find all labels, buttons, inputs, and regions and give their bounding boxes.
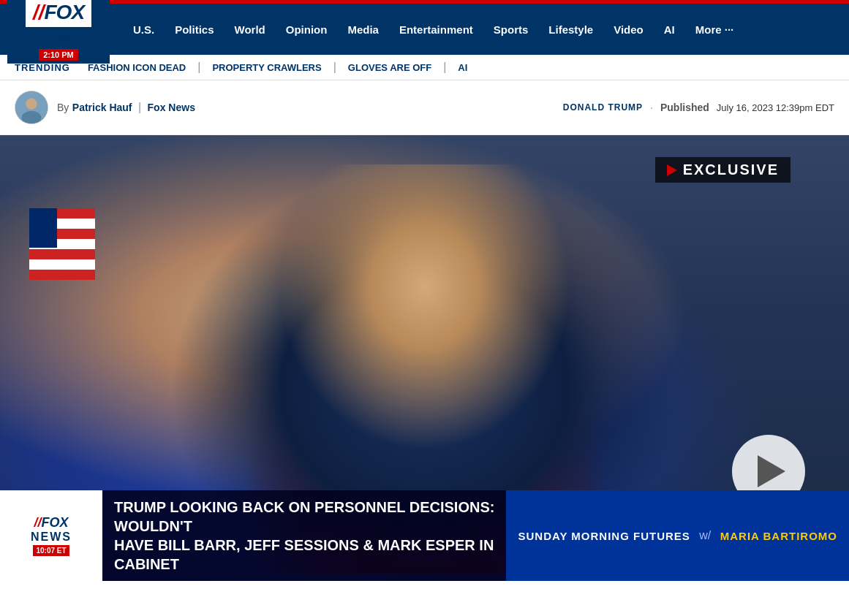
author-right: DONALD TRUMP · Published July 16, 2023 1…: [563, 102, 834, 113]
trending-item-1[interactable]: PROPERTY CRAWLERS: [212, 62, 321, 73]
lower-third-content: //FOX NEWS 10:07 ET TRUMP LOOKING BACK O…: [0, 490, 849, 581]
flag-canton: [29, 208, 57, 248]
author-left: By Patrick Hauf | Fox News: [15, 91, 195, 124]
dot-separator: ·: [650, 102, 653, 113]
nav-link-ai[interactable]: AI: [655, 18, 684, 42]
trending-item-0[interactable]: FASHION ICON DEAD: [88, 62, 186, 73]
subline-area: SUNDAY MORNING FUTURES w/ MARIA BARTIROM…: [506, 490, 849, 581]
nav-link-more[interactable]: More ···: [687, 18, 743, 42]
fn-time: 10:07 ET: [33, 545, 69, 556]
published-date: July 16, 2023 12:39pm EDT: [717, 102, 834, 113]
nav-link-video[interactable]: Video: [605, 18, 652, 42]
fn-logo-lower: //FOX NEWS 10:07 ET: [0, 490, 102, 581]
nav-link-lifestyle[interactable]: Lifestyle: [540, 18, 602, 42]
headline-area: TRUMP LOOKING BACK ON PERSONNEL DECISION…: [102, 490, 506, 581]
host-name: MARIA BARTIROMO: [720, 530, 837, 542]
svg-point-1: [26, 99, 37, 110]
exclusive-badge: EXCLUSIVE: [655, 157, 790, 183]
main-video-section: EXCLUSIVE //FOX NEWS 10:07 ET TRUMP LOOK…: [0, 135, 849, 581]
nav-link-world[interactable]: World: [226, 18, 274, 42]
headline-line1: TRUMP LOOKING BACK ON PERSONNEL DECISION…: [114, 498, 494, 536]
fn-news-text: NEWS: [31, 531, 72, 544]
by-text: By: [57, 102, 69, 113]
published-label: Published: [660, 102, 709, 113]
trending-item-3[interactable]: AI: [458, 62, 467, 73]
nav-link-politics[interactable]: Politics: [166, 18, 222, 42]
fn-fox: FOX: [42, 515, 69, 530]
article-tag[interactable]: DONALD TRUMP: [563, 102, 643, 113]
author-bar: By Patrick Hauf | Fox News DONALD TRUMP …: [0, 80, 849, 135]
trending-label: TRENDING: [15, 62, 70, 73]
trending-sep-2: |: [443, 61, 446, 74]
trending-item-2[interactable]: GLOVES ARE OFF: [348, 62, 431, 73]
nav-links-container: U.S. Politics World Opinion Media Entert…: [124, 18, 842, 42]
logo-fox: FOX: [45, 1, 85, 24]
trending-sep-1: |: [333, 61, 336, 74]
trending-bar: TRENDING FASHION ICON DEAD | PROPERTY CR…: [0, 55, 849, 80]
lower-third: //FOX NEWS 10:07 ET TRUMP LOOKING BACK O…: [0, 490, 849, 581]
fn-slash: //: [34, 515, 41, 530]
logo-slash: //: [33, 1, 45, 24]
trending-sep-0: |: [197, 61, 200, 74]
exclusive-text: EXCLUSIVE: [683, 161, 779, 178]
main-nav: // FOX NEWS 2:10 PM U.S. Politics World …: [0, 4, 849, 55]
video-player[interactable]: EXCLUSIVE //FOX NEWS 10:07 ET TRUMP LOOK…: [0, 135, 849, 581]
pipe-sep: |: [138, 101, 141, 113]
subline-separator: w/: [696, 529, 714, 542]
exclusive-play-icon: [667, 164, 677, 176]
outlet-name: Fox News: [148, 102, 195, 113]
nav-link-media[interactable]: Media: [339, 18, 388, 42]
nav-link-entertainment[interactable]: Entertainment: [390, 18, 482, 42]
site-logo[interactable]: // FOX NEWS 2:10 PM: [7, 0, 110, 64]
time-badge: 2:10 PM: [39, 49, 78, 61]
avatar: [15, 91, 48, 124]
logo-news: NEWS: [31, 28, 86, 47]
fn-logo-text: //FOX: [34, 515, 68, 531]
show-name: SUNDAY MORNING FUTURES: [518, 530, 690, 542]
author-name[interactable]: Patrick Hauf: [72, 102, 132, 113]
flag-decoration: [29, 208, 95, 311]
nav-link-us[interactable]: U.S.: [124, 18, 163, 42]
nav-link-sports[interactable]: Sports: [485, 18, 537, 42]
headline-line2: HAVE BILL BARR, JEFF SESSIONS & MARK ESP…: [114, 536, 494, 574]
author-byline: By Patrick Hauf | Fox News: [57, 101, 195, 114]
nav-link-opinion[interactable]: Opinion: [277, 18, 336, 42]
play-icon: [758, 455, 785, 487]
